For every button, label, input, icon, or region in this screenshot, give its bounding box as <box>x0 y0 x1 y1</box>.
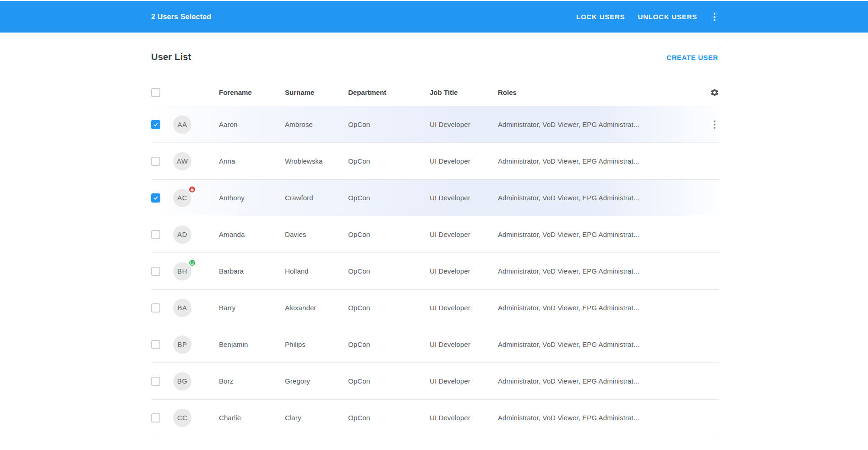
table-row[interactable]: CC Charlie Clary OpCon UI Developer Admi… <box>151 400 719 436</box>
cell-roles: Administrator, VoD Viewer, EPG Administr… <box>498 414 710 422</box>
avatar-initials: AD <box>177 230 187 238</box>
column-header-surname[interactable]: Surname <box>285 88 348 96</box>
cell-surname: Crawford <box>285 194 348 202</box>
cell-job-title: UI Developer <box>430 377 498 385</box>
column-header-job-title[interactable]: Job Title <box>430 88 498 96</box>
avatar: AC <box>173 189 191 207</box>
gear-icon[interactable] <box>710 88 719 97</box>
cell-roles: Administrator, VoD Viewer, EPG Administr… <box>498 340 710 348</box>
avatar: CC <box>173 409 191 427</box>
avatar-initials: CC <box>177 414 188 422</box>
cell-forename: Barry <box>219 304 285 312</box>
row-checkbox[interactable] <box>151 303 160 313</box>
avatar-initials: AW <box>177 157 188 165</box>
cell-job-title: UI Developer <box>430 230 498 238</box>
cell-surname: Philips <box>285 340 348 348</box>
cell-roles: Administrator, VoD Viewer, EPG Administr… <box>498 304 710 312</box>
user-table: Forename Surname Department Job Title Ro… <box>151 79 719 436</box>
avatar: BP <box>173 335 191 354</box>
cell-department: OpCon <box>348 157 430 165</box>
cell-forename: Barbara <box>219 267 285 275</box>
check-icon <box>153 195 159 201</box>
cell-department: OpCon <box>348 230 430 238</box>
table-body: AA Aaron Ambrose OpCon UI Developer Admi… <box>151 106 719 436</box>
avatar: BH <box>173 262 191 280</box>
row-checkbox[interactable] <box>151 120 160 129</box>
kebab-menu-icon[interactable] <box>710 11 719 23</box>
cell-department: OpCon <box>348 267 430 275</box>
cell-job-title: UI Developer <box>430 267 498 275</box>
avatar: AA <box>173 115 191 134</box>
cell-department: OpCon <box>348 377 430 385</box>
unlock-users-button[interactable]: UNLOCK USERS <box>638 13 697 21</box>
table-row[interactable]: BA Barry Alexander OpCon UI Developer Ad… <box>151 290 719 326</box>
table-header-row: Forename Surname Department Job Title Ro… <box>151 79 719 106</box>
row-checkbox[interactable] <box>151 230 160 239</box>
table-row[interactable]: AA Aaron Ambrose OpCon UI Developer Admi… <box>151 106 719 143</box>
cell-roles: Administrator, VoD Viewer, EPG Administr… <box>498 121 710 128</box>
cell-forename: Anthony <box>219 194 285 202</box>
cell-department: OpCon <box>348 340 430 348</box>
row-checkbox[interactable] <box>151 267 160 276</box>
cell-forename: Benjamin <box>219 340 285 348</box>
cell-roles: Administrator, VoD Viewer, EPG Administr… <box>498 377 710 385</box>
table-row[interactable]: BP Benjamin Philips OpCon UI Developer A… <box>151 326 719 363</box>
select-all-checkbox[interactable] <box>151 88 160 97</box>
lock-users-button[interactable]: LOCK USERS <box>576 13 625 21</box>
cell-forename: Charlie <box>219 414 285 422</box>
avatar-initials: AC <box>177 194 187 202</box>
row-checkbox[interactable] <box>151 413 160 423</box>
row-checkbox[interactable] <box>151 157 160 166</box>
cell-surname: Clary <box>285 414 348 422</box>
cell-forename: Borz <box>219 377 285 385</box>
lock-icon <box>190 187 194 192</box>
cell-job-title: UI Developer <box>430 414 498 422</box>
cell-forename: Aaron <box>219 121 285 128</box>
avatar-initials: BG <box>177 377 188 385</box>
column-header-roles[interactable]: Roles <box>498 88 710 96</box>
table-row[interactable]: AD Amanda Davies OpCon UI Developer Admi… <box>151 216 719 253</box>
table-row[interactable]: BG Borz Gregory OpCon UI Developer Admin… <box>151 363 719 400</box>
row-checkbox[interactable] <box>151 377 160 386</box>
lock-badge <box>188 186 196 193</box>
row-checkbox[interactable] <box>151 193 160 203</box>
cell-job-title: UI Developer <box>430 121 498 128</box>
clock-badge <box>188 259 196 267</box>
cell-roles: Administrator, VoD Viewer, EPG Administr… <box>498 267 710 275</box>
cell-surname: Gregory <box>285 377 348 385</box>
cell-department: OpCon <box>348 121 430 128</box>
row-kebab-menu-icon[interactable] <box>710 119 719 131</box>
cell-roles: Administrator, VoD Viewer, EPG Administr… <box>498 230 710 238</box>
table-row[interactable]: BH Barbara Holland OpCon UI Developer Ad… <box>151 253 719 290</box>
page-title: User List <box>151 52 191 62</box>
selection-actions: LOCK USERS UNLOCK USERS <box>576 11 719 23</box>
cell-department: OpCon <box>348 414 430 422</box>
avatar: AD <box>173 225 191 244</box>
table-row[interactable]: AC Anthony Crawford OpCon UI Developer A… <box>151 180 719 216</box>
cell-roles: Administrator, VoD Viewer, EPG Administr… <box>498 194 710 202</box>
selection-count-label: 2 Users Selected <box>151 13 211 21</box>
avatar: AW <box>173 152 191 170</box>
cell-surname: Alexander <box>285 304 348 312</box>
cell-department: OpCon <box>348 304 430 312</box>
check-icon <box>153 121 159 128</box>
column-header-department[interactable]: Department <box>348 88 430 96</box>
create-user-button[interactable]: CREATE USER <box>666 54 718 61</box>
avatar-initials: BH <box>177 267 187 275</box>
selection-action-bar: 2 Users Selected LOCK USERS UNLOCK USERS <box>0 1 868 33</box>
user-management-screen: 2 Users Selected LOCK USERS UNLOCK USERS… <box>0 0 868 450</box>
clock-icon <box>190 260 195 265</box>
search-input[interactable] <box>627 35 719 47</box>
cell-job-title: UI Developer <box>430 304 498 312</box>
cell-job-title: UI Developer <box>430 194 498 202</box>
row-checkbox[interactable] <box>151 340 160 349</box>
cell-forename: Anna <box>219 157 285 165</box>
cell-job-title: UI Developer <box>430 157 498 165</box>
column-header-forename[interactable]: Forename <box>219 88 285 96</box>
cell-surname: Davies <box>285 230 348 238</box>
cell-roles: Administrator, VoD Viewer, EPG Administr… <box>498 157 710 165</box>
avatar: BA <box>173 299 191 317</box>
avatar: BG <box>173 372 191 390</box>
table-row[interactable]: AW Anna Wroblewska OpCon UI Developer Ad… <box>151 143 719 180</box>
avatar-initials: BP <box>177 340 187 348</box>
